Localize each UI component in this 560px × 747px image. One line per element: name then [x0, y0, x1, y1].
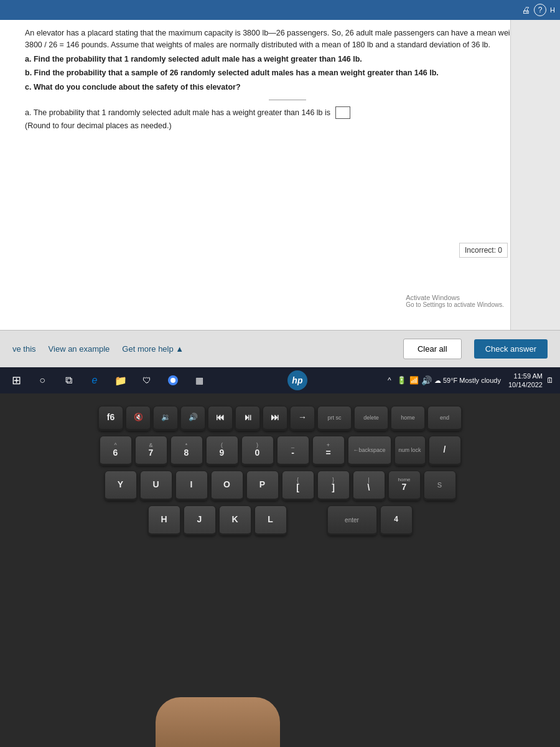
- chevron-icon[interactable]: ^: [385, 375, 394, 385]
- save-this-link[interactable]: ve this: [12, 344, 36, 354]
- question-paragraph: An elevator has a placard stating that t…: [25, 27, 550, 93]
- key-p[interactable]: P: [246, 471, 279, 500]
- number-row: ^6 &7 *8 (9 )0 _- += ←backspace num lock…: [100, 436, 461, 466]
- key-next[interactable]: ⏭: [263, 406, 287, 431]
- separator: [269, 100, 306, 100]
- question-part-a: a. Find the probability that 1 randomly …: [25, 54, 550, 65]
- key-u[interactable]: U: [140, 471, 172, 500]
- weather-text: 59°F Mostly cloudy: [443, 377, 501, 384]
- start-button[interactable]: ⊞: [5, 370, 27, 390]
- edge-button[interactable]: e: [83, 370, 106, 390]
- key-enter[interactable]: enter: [327, 505, 377, 535]
- question-part-c: c. What do you conclude about the safety…: [25, 82, 550, 93]
- fn-key-row: f6 🔇 🔉 🔊 ⏮ ⏯ ⏭ → prt sc delete home end: [98, 406, 462, 431]
- key-o[interactable]: O: [211, 471, 243, 500]
- wifi-icon[interactable]: 📶: [409, 375, 419, 385]
- key-h[interactable]: H: [148, 505, 180, 535]
- key-k[interactable]: K: [219, 505, 251, 535]
- incorrect-label: Incorrect: 0: [459, 243, 508, 258]
- key-vol-down[interactable]: 🔉: [153, 406, 178, 431]
- keyboard-area: f6 🔇 🔉 🔊 ⏮ ⏯ ⏭ → prt sc delete home end …: [0, 393, 560, 747]
- key-lbracket[interactable]: {[: [282, 471, 314, 500]
- help-icon[interactable]: ?: [534, 4, 546, 16]
- battery-icon[interactable]: 🔋: [397, 375, 407, 385]
- bottom-toolbar: ve this View an example Get more help ▲ …: [0, 330, 560, 367]
- key-0[interactable]: )0: [241, 436, 274, 466]
- key-i[interactable]: I: [175, 471, 208, 500]
- windows-security-button[interactable]: 🛡: [136, 370, 158, 390]
- question-part-b: b. Find the probability that a sample of…: [25, 67, 550, 79]
- key-home[interactable]: home: [391, 406, 425, 431]
- time-text: 11:59 AM: [508, 372, 543, 380]
- key-backspace[interactable]: ←backspace: [348, 436, 391, 466]
- key-6[interactable]: ^6: [100, 436, 132, 466]
- key-backslash[interactable]: |\: [353, 471, 385, 500]
- printer-icon[interactable]: 🖨: [521, 5, 530, 15]
- content-area: An elevator has a placard stating that t…: [0, 20, 560, 330]
- key-play[interactable]: ⏯: [235, 406, 260, 431]
- date-text: 10/14/2022: [508, 380, 543, 389]
- top-bar-icons: 🖨 ? H: [521, 4, 555, 16]
- yuiop-row: Y U I O P {[ }] |\ home7 S: [105, 471, 456, 500]
- answer-a-text-before: a. The probability that 1 randomly selec…: [25, 108, 330, 117]
- key-minus[interactable]: _-: [277, 436, 309, 466]
- key-j[interactable]: J: [184, 505, 216, 535]
- top-bar: 🖨 ? H: [0, 0, 560, 20]
- check-answer-button[interactable]: Check answer: [474, 339, 548, 359]
- key-delete[interactable]: delete: [354, 406, 388, 431]
- get-more-help-link[interactable]: Get more help ▲: [122, 344, 184, 354]
- key-end[interactable]: end: [427, 406, 462, 431]
- hjkl-row: H J K L enter 4: [148, 505, 413, 535]
- chrome-button[interactable]: [162, 370, 184, 390]
- question-main-text: An elevator has a placard stating that t…: [25, 27, 550, 51]
- key-numpad-7[interactable]: home7: [388, 471, 421, 500]
- weather-display: ☁ 59°F Mostly cloudy: [434, 377, 501, 385]
- file-explorer-button[interactable]: 📁: [110, 370, 132, 390]
- time-display: 11:59 AM 10/14/2022: [508, 372, 543, 390]
- right-panel: [510, 20, 560, 330]
- key-rbracket[interactable]: }]: [317, 471, 350, 500]
- key-prtsc[interactable]: prt sc: [317, 406, 352, 431]
- hp-logo: hp: [287, 370, 307, 390]
- view-example-link[interactable]: View an example: [49, 344, 110, 354]
- weather-icon: ☁: [434, 377, 441, 384]
- key-numpad-4[interactable]: 4: [380, 505, 413, 535]
- svg-point-1: [170, 378, 175, 383]
- key-l[interactable]: L: [254, 505, 287, 535]
- key-vol-up[interactable]: 🔊: [180, 406, 205, 431]
- sound-icon[interactable]: 🔊: [422, 375, 432, 385]
- clear-all-button[interactable]: Clear all: [403, 339, 462, 359]
- key-numpad-s[interactable]: S: [424, 471, 456, 500]
- taskbar-center: hp: [214, 370, 381, 390]
- unknown-app-button[interactable]: ▦: [188, 370, 210, 390]
- activate-windows-line2: Go to Settings to activate Windows.: [406, 301, 504, 308]
- key-7[interactable]: &7: [135, 436, 167, 466]
- key-equals[interactable]: +=: [312, 436, 345, 466]
- key-f6[interactable]: f6: [98, 406, 123, 431]
- taskbar: ⊞ ○ ⧉ e 📁 🛡 ▦ hp ^ 🔋 📶 🔊 ☁ 59°F Mostly c…: [0, 367, 560, 393]
- key-8[interactable]: *8: [170, 436, 203, 466]
- key-num-lock[interactable]: num lock: [394, 436, 426, 466]
- key-9[interactable]: (9: [206, 436, 238, 466]
- notification-icon[interactable]: 🗓: [545, 375, 555, 385]
- key-numpad-slash[interactable]: /: [429, 436, 461, 466]
- activate-windows-overlay: Activate Windows Go to Settings to activ…: [406, 294, 504, 308]
- task-view-button[interactable]: ⧉: [57, 370, 80, 390]
- screen: 🖨 ? H ← An elevator has a placard statin…: [0, 0, 560, 367]
- key-arrow-right[interactable]: →: [290, 406, 315, 431]
- key-prev[interactable]: ⏮: [208, 406, 233, 431]
- answer-a-text-after: (Round to four decimal places as needed.…: [25, 121, 172, 130]
- taskbar-right: ^ 🔋 📶 🔊 ☁ 59°F Mostly cloudy 11:59 AM 10…: [385, 372, 555, 390]
- answer-section: a. The probability that 1 randomly selec…: [25, 106, 550, 133]
- activate-windows-line1: Activate Windows: [406, 294, 504, 301]
- key-y[interactable]: Y: [105, 471, 137, 500]
- answer-a-input[interactable]: [335, 106, 350, 119]
- search-button[interactable]: ○: [31, 370, 54, 390]
- key-mute[interactable]: 🔇: [126, 406, 151, 431]
- top-bar-extra: H: [550, 6, 555, 14]
- hand-overlay: [156, 697, 280, 747]
